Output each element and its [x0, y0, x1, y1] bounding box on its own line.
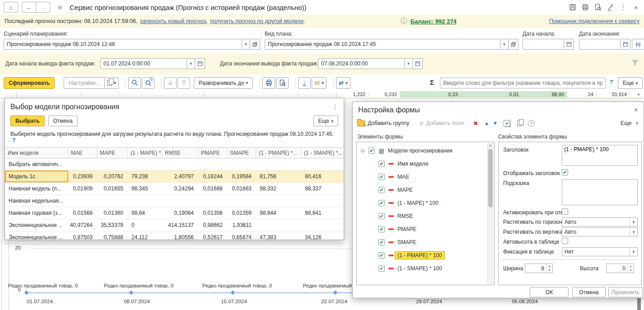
- tree-item-label[interactable]: (1 - PMAPE) * 100: [395, 251, 445, 259]
- plan-dropdown-button[interactable]: ▾: [500, 39, 509, 50]
- settings-button[interactable]: Настройки...: [64, 77, 105, 89]
- filter-input-field[interactable]: [443, 80, 603, 86]
- service-helper-link[interactable]: Помощник подключения к сервису: [549, 18, 639, 24]
- save-icon[interactable]: [567, 3, 578, 12]
- print-preview-button[interactable]: [276, 77, 289, 89]
- close-window-icon[interactable]: ×: [630, 3, 641, 12]
- model-row-name[interactable]: Выбрать автоматич...: [5, 158, 68, 171]
- ok-button[interactable]: ОК: [530, 287, 569, 297]
- close-dialog-icon[interactable]: ×: [634, 106, 638, 114]
- cell[interactable]: 0,19064: [162, 207, 198, 219]
- autoheight-checkbox[interactable]: [562, 238, 568, 244]
- fact-end-dropdown[interactable]: ▾: [405, 58, 413, 69]
- stretch-v-select[interactable]: Авто ▾: [562, 227, 638, 236]
- cell[interactable]: 0,65874: [227, 231, 256, 244]
- fact-start-input[interactable]: 01.07.2024 0:00:00: [100, 58, 187, 69]
- cell[interactable]: 0,24294: [162, 183, 198, 195]
- tree-item-label[interactable]: PMAPE: [397, 226, 416, 232]
- scenario-open-button[interactable]: [250, 39, 260, 50]
- favorite-star-icon[interactable]: ★: [56, 3, 63, 12]
- step-up-icon[interactable]: ▲: [628, 264, 634, 268]
- expand-rows-button[interactable]: ⇈: [177, 77, 190, 89]
- cell[interactable]: 0,01568: [68, 207, 97, 219]
- broadcast-button[interactable]: (•): [632, 39, 644, 50]
- column-header[interactable]: SMAPE: [227, 148, 256, 158]
- cell[interactable]: 414,15137: [162, 219, 198, 231]
- fact-start-dropdown[interactable]: ▾: [187, 58, 195, 69]
- data-point-marker[interactable]: [333, 291, 338, 295]
- scroll-up-icon[interactable]: ▲: [489, 143, 492, 147]
- exchange-button[interactable]: ⇄ ▾: [336, 77, 350, 89]
- plan-open-button[interactable]: [509, 39, 518, 50]
- step-up-icon[interactable]: ▲: [546, 264, 552, 268]
- data-point-marker[interactable]: [24, 291, 29, 295]
- cancel-button[interactable]: Отмена: [48, 116, 78, 126]
- tree-item[interactable]: ✔ Имя модели: [360, 157, 485, 170]
- cell[interactable]: 98,345: [128, 183, 162, 195]
- tree-item-label[interactable]: SMAPE: [397, 239, 416, 245]
- cell[interactable]: [256, 219, 301, 231]
- item-checkbox[interactable]: ✔: [378, 187, 385, 193]
- column-header[interactable]: (1 - PMAPE) *...: [256, 148, 301, 158]
- tree-item-selected[interactable]: ✔ (1 - PMAPE) * 100: [360, 249, 485, 262]
- column-header[interactable]: (1 - SMAPE) *...: [301, 148, 344, 158]
- scrollbar-thumb[interactable]: [488, 149, 493, 208]
- cancel-button[interactable]: Отмена: [572, 287, 606, 297]
- apply-button[interactable]: Применить: [608, 287, 643, 297]
- item-checkbox[interactable]: ✔: [378, 174, 385, 180]
- tree-item-label[interactable]: MAPE: [397, 187, 413, 193]
- activate-checkbox[interactable]: [562, 208, 568, 215]
- copy-settings-button[interactable]: ▾: [105, 77, 119, 89]
- tooltip-input[interactable]: [562, 179, 638, 205]
- link-icon[interactable]: [605, 3, 616, 12]
- move-down-icon[interactable]: ▼: [493, 120, 498, 126]
- cell[interactable]: 0: [128, 219, 162, 231]
- collapse-node-icon[interactable]: ⊖: [360, 148, 365, 154]
- title-prop-input[interactable]: (1 - PMAPE) * 100: [562, 145, 638, 166]
- tree-item[interactable]: ✔ SMAPE: [360, 236, 485, 249]
- home-button[interactable]: ⌂: [4, 2, 18, 13]
- generate-button[interactable]: Сформировать: [4, 77, 55, 89]
- tree-item-label[interactable]: (1 - SMAPE) * 100: [397, 265, 442, 272]
- menu-kebab-icon[interactable]: ⋮: [332, 103, 338, 111]
- model-row-name-selected[interactable]: Модель 1с: [5, 171, 68, 183]
- cell[interactable]: 0,20762: [97, 171, 128, 183]
- cell[interactable]: 0,98662: [198, 219, 227, 231]
- model-row-name[interactable]: Экспоненциальное ...: [5, 231, 68, 244]
- cell[interactable]: 0,01359: [227, 207, 256, 219]
- column-header[interactable]: (1 - MAPE) *...: [128, 148, 162, 158]
- date-end-calendar-button[interactable]: [621, 39, 630, 50]
- cell[interactable]: 47,383: [256, 231, 301, 244]
- tree-item[interactable]: ✔ (1 - SMAPE) * 100: [360, 262, 485, 275]
- cell[interactable]: 80,416: [301, 171, 344, 183]
- date-end-input[interactable]: . .: [579, 39, 621, 50]
- cell[interactable]: 98,332: [256, 183, 301, 195]
- balance-link[interactable]: Баланс: 992 274: [411, 18, 457, 25]
- show-title-checkbox[interactable]: ✔: [562, 169, 568, 176]
- cell[interactable]: 0,87503: [68, 231, 97, 244]
- plan-input[interactable]: Прогнозирование продаж 08.10.2024 17:45: [265, 39, 500, 50]
- column-header[interactable]: PMAPE: [198, 148, 227, 158]
- cell[interactable]: 1,80556: [162, 231, 198, 244]
- cell[interactable]: 34,126: [301, 231, 344, 244]
- filter-funnel-icon[interactable]: [631, 59, 639, 67]
- other-model-forecast-link[interactable]: получить прогноз по другой модели: [210, 18, 303, 24]
- column-header[interactable]: Имя модели: [5, 148, 68, 158]
- cell[interactable]: 79,238: [128, 171, 162, 183]
- toolbar-more-button[interactable]: Еще ▾: [618, 77, 643, 89]
- column-header[interactable]: MAPE: [97, 148, 128, 158]
- copy-icon[interactable]: [517, 120, 522, 126]
- cell[interactable]: 0,19584: [227, 171, 256, 183]
- forward-button[interactable]: →: [36, 2, 50, 13]
- email-button[interactable]: ✉ ▾: [312, 77, 327, 89]
- scrollbar-thumb[interactable]: [637, 298, 641, 310]
- model-row-name[interactable]: Наивная годовая (з...: [5, 207, 68, 219]
- print-button[interactable]: [262, 77, 275, 89]
- cell[interactable]: 0,01663: [227, 183, 256, 195]
- dialog-more-button[interactable]: Еще ▾: [621, 120, 638, 126]
- cell[interactable]: 0,75888: [97, 231, 128, 244]
- cell[interactable]: 0,01360: [97, 207, 128, 219]
- cell[interactable]: 0,01668: [198, 183, 227, 195]
- search-button[interactable]: [128, 77, 141, 89]
- cell[interactable]: 0,23939: [68, 171, 97, 183]
